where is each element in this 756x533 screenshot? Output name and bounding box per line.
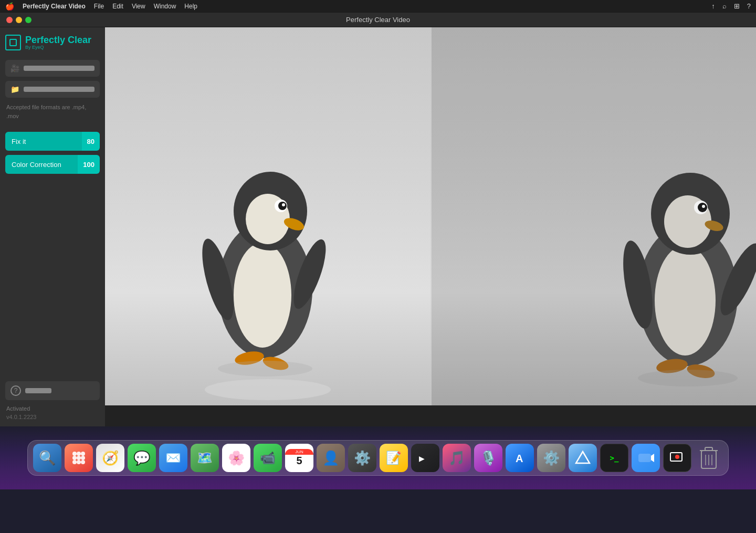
svg-point-13 xyxy=(218,361,312,377)
dock-item-notes[interactable]: 📝 xyxy=(380,444,408,472)
dock-item-photos[interactable]: 🌸 xyxy=(222,444,250,472)
fix-it-button[interactable]: Fix it 80 xyxy=(5,132,100,151)
logo-icon-inner xyxy=(9,39,17,46)
dock-item-sysprefs[interactable]: ⚙️ xyxy=(537,444,565,472)
menu-help[interactable]: Help xyxy=(184,3,197,10)
fix-it-value: 80 xyxy=(82,132,100,151)
svg-point-27 xyxy=(72,452,77,456)
svg-point-33 xyxy=(72,460,77,464)
color-correction-button[interactable]: Color Correction 100 xyxy=(5,155,100,174)
dock-item-messages[interactable]: 💬 xyxy=(128,444,156,472)
app-window: Perfectly Clear By EyeQ 🎥 📁 Accepted fil… xyxy=(0,27,756,426)
appstore-icon: A xyxy=(511,450,528,466)
svg-point-26 xyxy=(638,370,738,386)
dock-item-music[interactable]: 🎵 xyxy=(443,444,471,472)
dock-item-calendar[interactable]: JUN 5 xyxy=(285,444,313,472)
close-button[interactable] xyxy=(6,17,13,23)
traffic-lights xyxy=(6,17,32,23)
logo-icon xyxy=(5,35,21,50)
title-bar: Perfectly Clear Video xyxy=(0,13,756,27)
svg-point-32 xyxy=(81,456,85,460)
svg-rect-39 xyxy=(638,454,651,462)
file-format-text: Accepted file formats are .mp4, .mov xyxy=(5,102,100,121)
split-divider xyxy=(430,27,432,405)
menu-window[interactable]: Window xyxy=(154,3,176,10)
output-label-blurred xyxy=(24,87,94,92)
altimeter-icon xyxy=(575,450,591,466)
dock-item-facetime[interactable]: 📹 xyxy=(254,444,282,472)
svg-point-7 xyxy=(282,203,285,206)
help-circle-icon[interactable]: ? xyxy=(10,385,21,396)
fix-it-label: Fix it xyxy=(5,132,82,151)
menu-help-icon[interactable]: ? xyxy=(747,2,751,10)
logo-area: Perfectly Clear By EyeQ xyxy=(5,33,100,53)
logo-text: Perfectly Clear xyxy=(25,35,91,45)
penguin-bg-right xyxy=(430,27,756,405)
menu-controlcenter-icon[interactable]: ⊞ xyxy=(734,2,740,10)
svg-point-20 xyxy=(702,205,705,208)
dock-item-finder[interactable]: 🔍 xyxy=(33,444,61,472)
penguin-left-svg xyxy=(184,101,352,405)
svg-point-28 xyxy=(77,452,81,456)
dock-item-mail[interactable]: ✉️ xyxy=(159,444,187,472)
dock-item-maps[interactable]: 🗺️ xyxy=(191,444,219,472)
dock-item-controlcenter[interactable]: ⚙️ xyxy=(348,444,376,472)
activation-status: Activated xyxy=(5,404,100,413)
zoom-icon xyxy=(637,450,654,466)
menu-bar: 🍎 Perfectly Clear Video File Edit View W… xyxy=(0,0,756,13)
dock-item-screenrecorder[interactable] xyxy=(663,444,691,472)
video-bottom-bar xyxy=(105,405,756,426)
output-folder-button[interactable]: 📁 xyxy=(5,81,100,98)
window-title: Perfectly Clear Video xyxy=(346,16,410,24)
version-text: v4.0.1.2223 xyxy=(5,413,100,421)
question-mark: ? xyxy=(14,387,18,394)
maximize-button[interactable] xyxy=(25,17,32,23)
svg-rect-45 xyxy=(705,447,712,451)
dock-area: 🔍 🧭 💬 ✉️ xyxy=(0,426,756,489)
svg-point-42 xyxy=(675,455,679,459)
apple-menu-icon[interactable]: 🍎 xyxy=(5,2,14,11)
trash-icon xyxy=(698,445,719,471)
menu-edit[interactable]: Edit xyxy=(112,3,123,10)
menu-airdrop-icon[interactable]: ↑ xyxy=(711,2,715,10)
svg-point-2 xyxy=(234,243,291,348)
dock-item-safari[interactable]: 🧭 xyxy=(96,444,124,472)
dock-item-contacts[interactable]: 👤 xyxy=(317,444,345,472)
input-video-button[interactable]: 🎥 xyxy=(5,60,100,77)
dock-item-appstore[interactable]: A xyxy=(506,444,534,472)
menu-file[interactable]: File xyxy=(94,3,104,10)
dock-item-zoom[interactable] xyxy=(632,444,660,472)
dock-item-appletv[interactable]: ▶ xyxy=(411,444,439,472)
screenrecorder-icon xyxy=(669,450,686,466)
svg-point-29 xyxy=(81,452,85,456)
app-menu-name[interactable]: Perfectly Clear Video xyxy=(23,3,86,10)
bottom-bar: ? xyxy=(5,381,100,400)
svg-point-34 xyxy=(77,460,81,464)
svg-point-31 xyxy=(77,456,81,460)
video-split xyxy=(105,27,756,405)
dock-item-terminal[interactable]: >_ xyxy=(600,444,628,472)
dock: 🔍 🧭 💬 ✉️ xyxy=(27,440,729,476)
dock-item-podcasts[interactable]: 🎙️ xyxy=(474,444,502,472)
dock-item-launchpad[interactable] xyxy=(65,444,93,472)
svg-point-0 xyxy=(205,379,331,400)
svg-text:A: A xyxy=(516,453,523,464)
sidebar: Perfectly Clear By EyeQ 🎥 📁 Accepted fil… xyxy=(0,27,105,426)
penguin-bg-left xyxy=(105,27,430,405)
menu-view[interactable]: View xyxy=(132,3,145,10)
svg-point-35 xyxy=(81,460,85,464)
camera-icon: 🎥 xyxy=(10,64,19,72)
menu-search-icon[interactable]: ⌕ xyxy=(722,2,727,10)
bottom-blurred-label xyxy=(25,388,51,393)
minimize-button[interactable] xyxy=(16,17,22,23)
logo-text-block: Perfectly Clear By EyeQ xyxy=(25,35,91,50)
svg-marker-38 xyxy=(576,452,590,463)
dock-item-altimeter[interactable] xyxy=(569,444,597,472)
svg-point-15 xyxy=(655,245,716,356)
main-content xyxy=(105,27,756,426)
appletv-icon: ▶ xyxy=(417,453,434,463)
dock-item-trash[interactable] xyxy=(695,444,723,472)
color-correction-value: 100 xyxy=(78,155,100,174)
input-label-blurred xyxy=(24,66,94,71)
svg-marker-40 xyxy=(651,454,654,462)
